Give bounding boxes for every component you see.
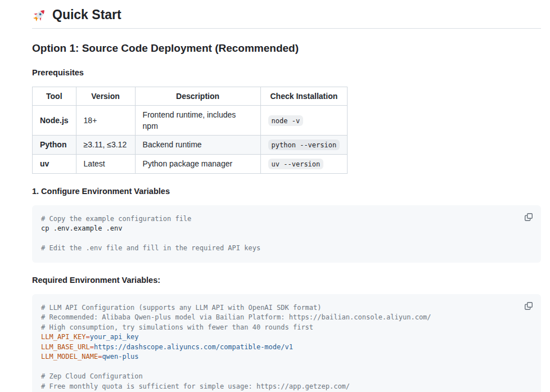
column-header-tool: Tool [33,87,76,105]
page-title: Quick Start [32,7,541,29]
copy-icon [524,301,533,310]
code-content: # Copy the example configuration file cp… [32,205,541,263]
prerequisites-table: Tool Version Description Check Installat… [32,87,348,174]
check-command-chip: python --version [268,139,340,150]
tool-description: Frontend runtime, includes npm [135,105,260,135]
tool-name: Python [33,135,76,154]
readme-document: Quick Start Option 1: Source Code Deploy… [0,0,550,392]
check-command-cell: python --version [260,135,348,154]
configure-env-heading: 1. Configure Environment Variables [32,186,541,196]
copy-button[interactable] [521,209,537,225]
check-command-chip: node -v [268,115,304,126]
check-command-cell: uv --version [260,154,348,173]
required-env-heading: Required Environment Variables: [32,275,541,285]
table-row-uv: uv Latest Python package manager uv --ve… [33,154,348,173]
option1-heading: Option 1: Source Code Deployment (Recomm… [32,42,541,55]
column-header-check-installation: Check Installation [260,87,348,105]
env-variables-code-block: # LLM API Configuration (supports any LL… [32,294,541,392]
tool-name: Node.js [33,105,76,135]
table-row-nodejs: Node.js 18+ Frontend runtime, includes n… [33,105,348,135]
check-command-chip: uv --version [268,159,324,169]
rocket-icon [32,7,47,22]
table-row-python: Python ≥3.11, ≤3.12 Backend runtime pyth… [33,135,348,154]
tool-name: uv [33,154,76,173]
tool-version: ≥3.11, ≤3.12 [76,135,135,154]
tool-version: 18+ [76,105,135,135]
column-header-version: Version [76,87,135,105]
check-command-cell: node -v [260,105,348,135]
tool-version: Latest [76,154,135,173]
column-header-description: Description [135,87,260,105]
code-content: # LLM API Configuration (supports any LL… [32,294,541,392]
tool-description: Python package manager [135,154,260,173]
table-header-row: Tool Version Description Check Installat… [33,87,348,105]
prerequisites-heading: Prerequisites [32,67,541,78]
copy-button[interactable] [521,298,537,314]
tool-description: Backend runtime [135,135,260,154]
env-copy-code-block: # Copy the example configuration file cp… [32,205,541,263]
copy-icon [524,213,533,222]
page-title-text: Quick Start [52,7,121,23]
